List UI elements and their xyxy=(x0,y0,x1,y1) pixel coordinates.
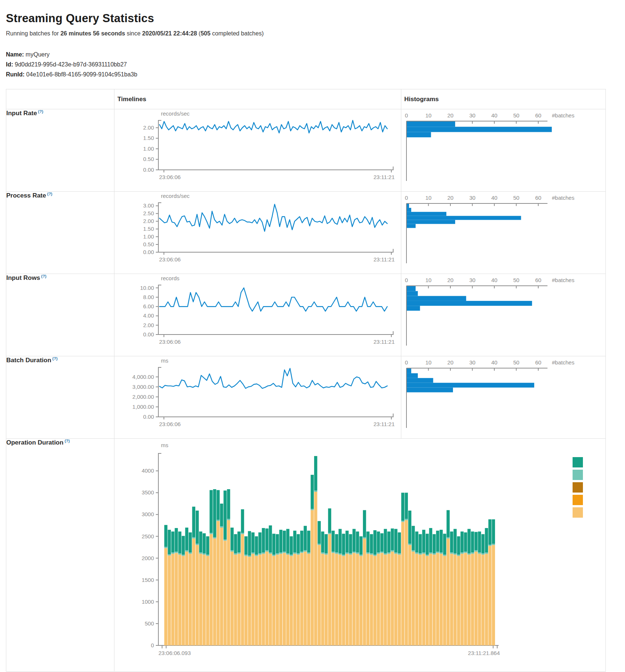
page-title: Streaming Query Statistics xyxy=(6,12,619,25)
svg-text:23:06:06: 23:06:06 xyxy=(159,421,181,427)
svg-text:0: 0 xyxy=(405,112,408,119)
svg-text:50: 50 xyxy=(513,277,519,283)
svg-text:30: 30 xyxy=(469,112,475,119)
svg-text:0.00: 0.00 xyxy=(143,331,154,337)
svg-text:1500: 1500 xyxy=(142,577,154,583)
legend-swatch xyxy=(573,495,583,505)
status-text: completed batches) xyxy=(210,30,264,37)
svg-text:40: 40 xyxy=(491,112,498,119)
query-metadata: Name: myQuery Id: 9d0dd219-995d-423e-b97… xyxy=(6,49,619,79)
svg-text:10: 10 xyxy=(425,277,432,283)
svg-text:ms: ms xyxy=(161,442,168,448)
svg-text:23:11:21: 23:11:21 xyxy=(374,421,395,427)
status-text: since xyxy=(125,30,142,37)
table-row-batch-duration: Batch Duration(?) ms0.001,000.002,000.00… xyxy=(6,356,606,439)
svg-text:#batches: #batches xyxy=(552,277,574,283)
svg-text:3.00: 3.00 xyxy=(143,202,154,209)
svg-text:20: 20 xyxy=(447,112,454,119)
help-icon[interactable]: (?) xyxy=(47,192,52,196)
svg-text:4000: 4000 xyxy=(142,467,154,474)
svg-text:8.00: 8.00 xyxy=(143,294,154,300)
svg-text:ms: ms xyxy=(161,357,168,364)
svg-text:23:06:06: 23:06:06 xyxy=(159,256,181,263)
row-label-input-rate: Input Rate xyxy=(6,110,37,117)
row-label-input-rows: Input Rows xyxy=(6,274,40,281)
input-rate-timeline-chart: records/sec0.000.501.001.502.0023:06:062… xyxy=(114,109,395,191)
histograms-header: Histograms xyxy=(401,89,606,109)
svg-text:0.50: 0.50 xyxy=(143,156,154,162)
svg-text:2.00: 2.00 xyxy=(143,124,154,131)
batch-duration-timeline-chart: ms0.001,000.002,000.003,000.004,000.0023… xyxy=(114,356,395,438)
svg-text:2.50: 2.50 xyxy=(143,210,154,216)
svg-text:23:11:21: 23:11:21 xyxy=(374,174,395,180)
svg-text:10: 10 xyxy=(425,195,432,201)
svg-text:1.50: 1.50 xyxy=(143,226,154,232)
start-timestamp: 2020/05/21 22:44:28 xyxy=(142,30,197,37)
svg-text:0: 0 xyxy=(405,195,408,201)
svg-text:23:06:06: 23:06:06 xyxy=(159,339,181,345)
timelines-header: Timelines xyxy=(114,89,401,109)
svg-text:30: 30 xyxy=(469,195,475,201)
help-icon[interactable]: (?) xyxy=(38,109,43,114)
status-text: Running batches for xyxy=(6,30,61,37)
svg-text:0.00: 0.00 xyxy=(143,249,154,255)
svg-text:2,000.00: 2,000.00 xyxy=(133,394,154,400)
svg-text:0: 0 xyxy=(151,642,154,648)
statistics-table: Timelines Histograms Input Rate(?) recor… xyxy=(6,89,606,672)
svg-text:20: 20 xyxy=(447,195,454,201)
svg-text:500: 500 xyxy=(145,620,154,627)
svg-text:#batches: #batches xyxy=(552,112,574,119)
svg-text:2.00: 2.00 xyxy=(143,322,154,328)
operation-duration-stacked-chart: ms0500100015002000250030003500400023:06:… xyxy=(114,439,594,671)
svg-text:20: 20 xyxy=(447,359,454,366)
input-rows-histogram-chart: 0102030405060#batches xyxy=(401,274,599,356)
svg-text:20: 20 xyxy=(447,277,454,283)
svg-text:3500: 3500 xyxy=(142,489,154,496)
help-icon[interactable]: (?) xyxy=(41,274,47,278)
name-label: Name: xyxy=(6,51,24,58)
page: Streaming Query Statistics Running batch… xyxy=(0,12,625,672)
help-icon[interactable]: (?) xyxy=(52,356,58,361)
svg-text:23:06:06.093: 23:06:06.093 xyxy=(158,650,191,656)
svg-text:3000: 3000 xyxy=(142,511,154,517)
query-runid-line: RunId: 04e101e6-8bf8-4165-9099-9104c951b… xyxy=(6,69,619,79)
query-name-line: Name: myQuery xyxy=(6,49,619,59)
svg-text:records: records xyxy=(161,275,179,281)
svg-text:23:11:21: 23:11:21 xyxy=(374,256,395,263)
legend-swatch xyxy=(573,470,583,480)
svg-text:0: 0 xyxy=(405,277,408,283)
table-header-row: Timelines Histograms xyxy=(6,89,606,109)
svg-text:10.00: 10.00 xyxy=(140,285,154,291)
svg-text:23:11:21.864: 23:11:21.864 xyxy=(468,650,500,656)
svg-text:1000: 1000 xyxy=(142,599,154,605)
svg-text:2000: 2000 xyxy=(142,555,154,561)
id-value: 9d0dd219-995d-423e-b97d-36931110bb27 xyxy=(15,61,127,68)
svg-text:3,000.00: 3,000.00 xyxy=(133,384,154,390)
process-rate-histogram-chart: 0102030405060#batches xyxy=(401,192,599,274)
runid-value: 04e101e6-8bf8-4165-9099-9104c951ba3b xyxy=(26,71,137,78)
row-label-process-rate: Process Rate xyxy=(6,192,46,199)
svg-text:50: 50 xyxy=(513,359,519,366)
svg-text:30: 30 xyxy=(469,359,475,366)
svg-text:10: 10 xyxy=(425,112,432,119)
runid-label: RunId: xyxy=(6,71,25,78)
running-batches-status: Running batches for 26 minutes 56 second… xyxy=(6,30,619,37)
svg-text:6.00: 6.00 xyxy=(143,303,154,309)
input-rate-histogram-chart: 0102030405060#batches xyxy=(401,109,599,191)
svg-text:2500: 2500 xyxy=(142,533,154,539)
svg-text:1.50: 1.50 xyxy=(143,135,154,141)
svg-text:23:06:06: 23:06:06 xyxy=(159,174,181,180)
row-label-batch-duration: Batch Duration xyxy=(6,357,51,364)
table-row-input-rows: Input Rows(?) records0.002.004.006.008.0… xyxy=(6,274,606,356)
process-rate-timeline-chart: records/sec0.000.501.001.502.002.503.002… xyxy=(114,192,395,274)
svg-text:23:11:21: 23:11:21 xyxy=(374,339,395,345)
help-icon[interactable]: (?) xyxy=(65,439,70,443)
svg-text:#batches: #batches xyxy=(552,359,574,366)
row-label-header xyxy=(6,89,114,109)
svg-text:0: 0 xyxy=(405,359,408,366)
name-value: myQuery xyxy=(25,51,49,58)
table-row-operation-duration: Operation Duration(?) ms0500100015002000… xyxy=(6,439,606,672)
legend-swatch xyxy=(573,507,583,518)
svg-text:50: 50 xyxy=(513,195,519,201)
svg-text:0.00: 0.00 xyxy=(143,167,154,173)
